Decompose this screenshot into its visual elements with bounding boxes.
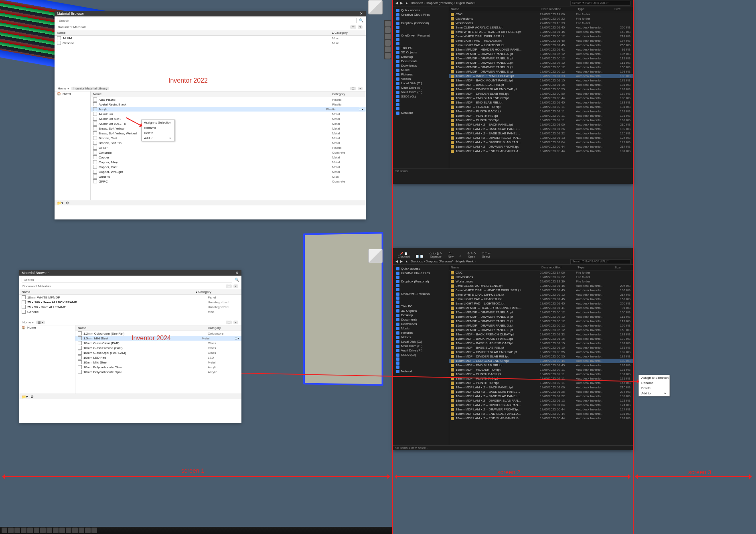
file-row[interactable]: 18mm MDF – PLINTH BACK.ipt18/05/2023 02:…	[449, 372, 633, 376]
nav-item[interactable]: SSD2 (G:)	[395, 353, 447, 357]
nav-item[interactable]: SSD2 (G:)	[395, 94, 447, 99]
file-row[interactable]: 15mm MFMDF – DRAWER PANEL B.ipt18/05/202…	[449, 315, 633, 319]
nav-item[interactable]: Documents	[395, 317, 447, 322]
file-row[interactable]: 18mm MDF – BASE SLAB RIB.ipt18/05/2023 0…	[449, 83, 633, 87]
nav-item[interactable]	[395, 103, 447, 107]
filter-icon[interactable]: ☰	[226, 284, 232, 288]
libmat-row[interactable]: Bronze, CastMetal	[91, 136, 366, 140]
nav-item[interactable]: Main Drive (E:)	[395, 344, 447, 348]
file-row[interactable]: 15mm MFMDF – DRAWER PANEL D.ipt18/05/202…	[449, 65, 633, 69]
lib-section[interactable]: Home ▾ Inventor Material Library ☰ ▾	[55, 86, 366, 91]
docmat-row[interactable]: 25 x 50 x 3mm ALI FRAMEUncategorized	[19, 305, 241, 309]
close-icon[interactable]: ✕	[235, 270, 239, 276]
breadcrumb[interactable]: Dropbox › Dropbox (Personal) › Nigels Wo…	[411, 1, 476, 5]
col-category[interactable]: Category	[205, 325, 241, 331]
file-row[interactable]: 18mm MDF LAM x 2 – END SLAB PANEL A...18…	[449, 412, 633, 416]
nav-item[interactable]: Quick access	[395, 8, 447, 12]
nav-pane[interactable]: Quick accessCreative Cloud FilesDropbox …	[393, 265, 449, 445]
nav-item[interactable]	[395, 275, 447, 279]
libmat-row[interactable]: 10mm Glass Opal (PAR LAM)Glass	[75, 350, 241, 355]
nav-item[interactable]: 3D Objects	[395, 309, 447, 313]
docmat-row[interactable]: GenericMisc	[19, 309, 241, 314]
nav-item[interactable]	[395, 99, 447, 103]
nav-item[interactable]	[395, 296, 447, 300]
file-row[interactable]: 15mm MFMDF – DRAWER PANEL E.ipt18/05/202…	[449, 328, 633, 332]
file-row[interactable]: 18mm MDF – PLINTH BACK.ipt18/05/2023 02:…	[449, 109, 633, 114]
nav-item[interactable]	[395, 361, 447, 365]
nav-item[interactable]: Music	[395, 326, 447, 331]
apply-icon[interactable]: ☰▾	[235, 337, 239, 340]
nav-item[interactable]: Videos	[395, 335, 447, 339]
nav-item[interactable]	[395, 42, 447, 46]
file-row[interactable]: 9mm LIGHT PAD – LIGHTBOX.ipt18/05/2023 0…	[449, 301, 633, 306]
nav-item[interactable]	[395, 365, 447, 369]
file-row[interactable]: 18mm MDF LAM x 2 – BACK PANEL.ipt19/05/2…	[449, 385, 633, 390]
col-type[interactable]: Type	[576, 6, 613, 12]
file-row[interactable]: 18mm MDF LAM x 2 – END SLAB PANEL A...18…	[449, 149, 633, 153]
file-row[interactable]: 15mm MFMDF – DRAWER PANEL A.ipt18/05/202…	[449, 52, 633, 56]
file-row[interactable]: 12mm MFMDF – HEADER HOLDING PANE...18/05…	[449, 47, 633, 52]
search-icon[interactable]: 🔍	[359, 18, 363, 22]
ribbon[interactable]: 📌 📋Clipboard 📄 📄 🗀 🗀 🗑 ✎Organize 🗀⁺New ✓…	[393, 248, 633, 258]
file-row[interactable]: OldVersions19/05/2023 02:22File folder	[449, 16, 633, 21]
close-icon[interactable]: ✕	[359, 11, 363, 16]
nav-item[interactable]	[395, 300, 447, 304]
col-name[interactable]: Name	[75, 325, 205, 331]
nav-item[interactable]: Local Disk (C:)	[395, 339, 447, 344]
mi-delete[interactable]: Delete	[639, 386, 669, 391]
docmat-row[interactable]: 25 x 100 x 3mm ALI BOX FRAMEUncategorize…	[19, 300, 241, 305]
file-row[interactable]: 18mm MDF – BASE SLAB RIB.ipt18/05/2023 0…	[449, 345, 633, 350]
mi-assign[interactable]: Assign to Selection	[142, 120, 174, 125]
file-row[interactable]: 15mm MFMDF – DRAWER PANEL C.ipt18/05/202…	[449, 61, 633, 65]
breadcrumb[interactable]: Dropbox › Dropbox (Personal) › Nigels Wo…	[411, 260, 476, 263]
file-row[interactable]: 18mm MDF LAM x 2 – DIVIDER SLAB PAN...18…	[449, 140, 633, 144]
file-row[interactable]: 18mm MDF LAM x 2 – BASE SLAB PANEL...18/…	[449, 131, 633, 136]
nav-item[interactable]: Local Disk (C:)	[395, 81, 447, 85]
explorer-search[interactable]	[570, 1, 630, 6]
nav-up-icon[interactable]: ▲	[405, 1, 408, 5]
file-row[interactable]: 18mm MDF LAM x 2 – DRAWER FRONT.ipt18/05…	[449, 144, 633, 149]
file-row[interactable]: 15mm MFMDF – DRAWER PANEL C.ipt18/05/202…	[449, 319, 633, 323]
nav-item[interactable]	[395, 107, 447, 111]
mi-addto[interactable]: Add to	[142, 136, 174, 141]
file-row[interactable]: 18mm MDF LAM x 2 – DIVIDER SLAB PAN...18…	[449, 403, 633, 407]
libmat-row[interactable]: GenericMisc	[91, 174, 366, 179]
nav-item[interactable]: Creative Cloud Files	[395, 12, 447, 17]
home-tree[interactable]: 🏠Home	[19, 325, 75, 330]
file-row[interactable]: 18mm MDF – BASE SLAB END CAP.ipt18/05/20…	[449, 341, 633, 345]
file-row[interactable]: 18mm MDF – BACK MOUNT PANEL.ipt19/05/202…	[449, 337, 633, 341]
col-category[interactable]: ▴ Category	[330, 30, 366, 35]
nav-item[interactable]: Creative Cloud Files	[395, 271, 447, 275]
nav-back-icon[interactable]: ◀	[395, 260, 398, 263]
viewcube-icon[interactable]	[368, 0, 383, 14]
libmat-row[interactable]: GFRCConcrete	[91, 179, 366, 184]
file-row[interactable]: 15mm MFMDF – DRAWER PANEL B.ipt18/05/202…	[449, 56, 633, 61]
file-row[interactable]: 18mm MDF – PLINTH TOP.ipt18/05/2023 02:1…	[449, 381, 633, 385]
libmat-row[interactable]: Acetal Resin, BlackPlastic	[91, 102, 366, 107]
file-row[interactable]: 6mm WHITE OPAL DIFFUSER.ipt18/05/2023 06…	[449, 34, 633, 39]
file-row[interactable]: 9mm LIGHT PAD – HEADER.ipt18/05/2023 01:…	[449, 297, 633, 301]
mi-addto[interactable]: Add to	[639, 391, 669, 396]
titlebar[interactable]: Material Browser ✕	[55, 11, 366, 16]
nav-item[interactable]: Downloads	[395, 322, 447, 326]
taskbar[interactable]	[0, 527, 392, 534]
libmat-row[interactable]: Brass, Soft YellowMetal	[91, 126, 366, 131]
libmat-row[interactable]: ABS PlasticPlastic	[91, 97, 366, 102]
nav-item[interactable]: Pictures	[395, 72, 447, 77]
nav-item[interactable]: Network	[395, 111, 447, 115]
file-row[interactable]: 9mm LIGHT PAD – LIGHTBOX.ipt18/05/2023 0…	[449, 43, 633, 47]
mi-assign[interactable]: Assign to Selection	[639, 375, 669, 380]
search-input[interactable]	[22, 277, 232, 282]
file-row[interactable]: 18mm MDF LAM x 2 – BACK PANEL.ipt19/05/2…	[449, 122, 633, 127]
col-date[interactable]: Date modified	[540, 6, 576, 12]
file-row[interactable]: 18mm MDF – PLINTH RIB.ipt18/05/2023 02:1…	[449, 114, 633, 118]
file-row[interactable]: 15mm MFMDF – DRAWER PANEL E.ipt18/05/202…	[449, 69, 633, 74]
file-row[interactable]: 18mm MDF LAM x 2 – BASE SLAB PANEL...18/…	[449, 127, 633, 131]
library-dropdown[interactable]: ▦ ▾	[36, 321, 45, 324]
sort-icon[interactable]: ▾	[358, 87, 363, 90]
nav-item[interactable]: Desktop	[395, 55, 447, 59]
file-row[interactable]: 15mm MFMDF – DRAWER PANEL D.ipt18/05/202…	[449, 323, 633, 328]
viewcube-icon[interactable]	[368, 249, 383, 263]
address-bar[interactable]: ◀ ▶ ▲ Dropbox › Dropbox (Personal) › Nig…	[393, 258, 633, 265]
libmat-row[interactable]: CFRPPlastic	[91, 145, 366, 150]
